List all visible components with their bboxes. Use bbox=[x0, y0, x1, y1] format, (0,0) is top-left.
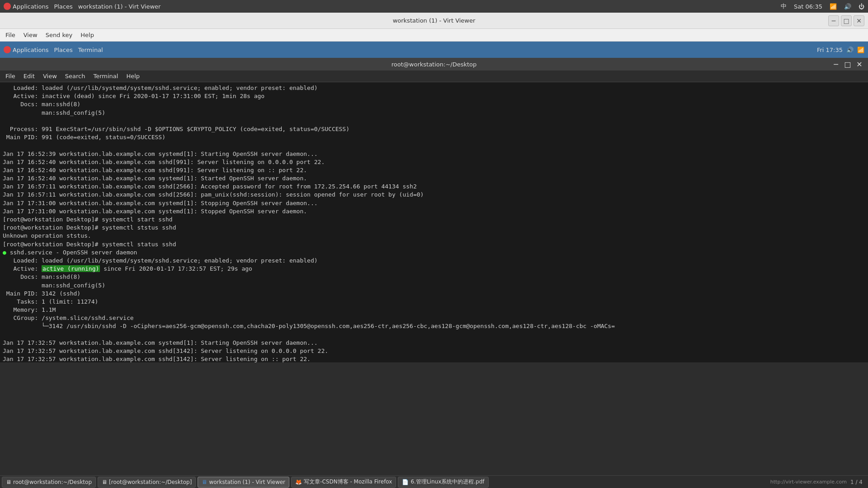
gnome-time: Fri 17:35 bbox=[817, 47, 843, 53]
terminal-line-23: Docs: man:sshd(8) bbox=[3, 273, 865, 281]
power-icon: ⏻ bbox=[859, 3, 864, 10]
terminal-line-20: ● sshd.service - OpenSSH server daemon bbox=[3, 249, 865, 257]
taskbar-right: http://virt-viewer.example.com 1 / 4 bbox=[770, 479, 866, 485]
taskbar-terminal2-icon: 🖥 bbox=[102, 479, 107, 485]
terminal-titlebar: root@workstation:~/Desktop ─ □ ✕ bbox=[0, 58, 868, 70]
terminal-line-32: Jan 17 17:32:57 workstation.lab.example.… bbox=[3, 347, 865, 355]
taskbar-terminal2-label: [root@workstation:~/Desktop] bbox=[109, 479, 192, 485]
volume-icon: 🔊 bbox=[844, 3, 851, 10]
taskbar-pdf-icon: 📄 bbox=[402, 479, 409, 485]
terminal-menu-help[interactable]: Help bbox=[123, 72, 143, 80]
gnome-applications-label[interactable]: Applications bbox=[13, 47, 48, 53]
terminal-line-21: Loaded: loaded (/usr/lib/systemd/system/… bbox=[3, 257, 865, 265]
terminal-line-6: Main PID: 991 (code=exited, status=0/SUC… bbox=[3, 133, 865, 141]
gnome-network-icon: 📶 bbox=[857, 47, 864, 53]
terminal-menu-search[interactable]: Search bbox=[61, 72, 89, 80]
terminal-line-4 bbox=[3, 117, 865, 125]
terminal-line-24: man:sshd_config(5) bbox=[3, 282, 865, 290]
terminal-line-13: Jan 17 16:57:11 workstation.lab.example.… bbox=[3, 191, 865, 199]
terminal-line-10: Jan 17 16:52:40 workstation.lab.example.… bbox=[3, 166, 865, 174]
terminal-line-7 bbox=[3, 141, 865, 150]
taskbar-firefox-icon: 🦊 bbox=[295, 479, 302, 485]
terminal-line-5: Process: 991 ExecStart=/usr/sbin/sshd -D… bbox=[3, 125, 865, 133]
terminal-menubar: File Edit View Search Terminal Help bbox=[0, 70, 868, 82]
window-title-top: workstation (1) - Virt Viewer bbox=[78, 3, 161, 10]
window-controls: ─ □ ✕ bbox=[828, 15, 864, 26]
maximize-button[interactable]: □ bbox=[841, 15, 852, 26]
terminal-titlebar-controls: ─ □ ✕ bbox=[831, 59, 864, 69]
terminal-line-18: Unknown operation ststus. bbox=[3, 232, 865, 240]
terminal-line-28: CGroup: /system.slice/sshd.service bbox=[3, 314, 865, 322]
terminal-line-0: Loaded: loaded (/usr/lib/systemd/system/… bbox=[3, 84, 865, 92]
app-icon bbox=[4, 3, 11, 10]
gnome-applications-menu[interactable]: Applications bbox=[4, 46, 48, 53]
taskbar-terminal1-label: root@workstation:~/Desktop bbox=[13, 479, 92, 485]
terminal-menu-edit[interactable]: Edit bbox=[20, 72, 38, 80]
terminal-line-17: [root@workstation Desktop]# systemctl st… bbox=[3, 224, 865, 232]
terminal-line-16: [root@workstation Desktop]# systemctl st… bbox=[3, 216, 865, 224]
terminal-line-12: Jan 17 16:57:11 workstation.lab.example.… bbox=[3, 183, 865, 191]
system-bar-left: Applications Places workstation (1) - Vi… bbox=[4, 3, 160, 10]
system-bar-right: 中 Sat 06:35 📶 🔊 ⏻ bbox=[781, 2, 864, 10]
virt-viewer-titlebar: workstation (1) - Virt Viewer ─ □ ✕ bbox=[0, 13, 868, 29]
terminal-line-31: Jan 17 17:32:57 workstation.lab.example.… bbox=[3, 339, 865, 347]
gnome-volume-icon: 🔊 bbox=[846, 47, 854, 53]
taskbar-virtviewer-label: workstation (1) - Virt Viewer bbox=[209, 479, 285, 485]
taskbar-item-terminal1[interactable]: 🖥 root@workstation:~/Desktop bbox=[2, 477, 96, 488]
terminal-close-button[interactable]: ✕ bbox=[854, 59, 864, 69]
gnome-places-menu[interactable]: Places bbox=[54, 47, 72, 53]
terminal-menu-view[interactable]: View bbox=[39, 72, 61, 80]
taskbar-url: http://virt-viewer.example.com bbox=[770, 479, 847, 485]
close-button[interactable]: ✕ bbox=[854, 15, 864, 26]
terminal-line-15: Jan 17 17:31:00 workstation.lab.example.… bbox=[3, 207, 865, 216]
virt-viewer-menubar: File View Send key Help bbox=[0, 29, 868, 42]
gnome-terminal-menu[interactable]: Terminal bbox=[78, 47, 103, 53]
terminal-line-14: Jan 17 17:31:00 workstation.lab.example.… bbox=[3, 199, 865, 207]
taskbar-firefox-label: 写文章-CSDN博客 - Mozilla Firefox bbox=[304, 478, 392, 486]
places-menu[interactable]: Places bbox=[54, 3, 72, 10]
terminal-maximize-button[interactable]: □ bbox=[843, 59, 853, 69]
terminal-line-22: Active: active (running) since Fri 2020-… bbox=[3, 265, 865, 273]
terminal-content: Loaded: loaded (/usr/lib/systemd/system/… bbox=[0, 82, 868, 362]
terminal-line-8: Jan 17 16:52:39 workstation.lab.example.… bbox=[3, 150, 865, 158]
terminal-line-2: Docs: man:sshd(8) bbox=[3, 100, 865, 108]
applications-label[interactable]: Applications bbox=[13, 3, 48, 10]
terminal-menu-file[interactable]: File bbox=[2, 72, 19, 80]
applications-menu[interactable]: Applications bbox=[4, 3, 48, 10]
taskbar-item-virtviewer[interactable]: 🖥 workstation (1) - Virt Viewer bbox=[198, 477, 289, 488]
taskbar-item-pdf[interactable]: 📄 6.管理Linux系统中的进程.pdf bbox=[398, 477, 488, 488]
menu-view[interactable]: View bbox=[20, 31, 41, 39]
gnome-toolbar-right: Fri 17:35 🔊 📶 bbox=[817, 47, 864, 53]
terminal-line-1: Active: inactive (dead) since Fri 2020-0… bbox=[3, 92, 865, 100]
terminal-line-25: Main PID: 3142 (sshd) bbox=[3, 290, 865, 298]
page-indicator: 1 / 4 bbox=[850, 479, 863, 485]
menu-file[interactable]: File bbox=[2, 31, 19, 39]
minimize-button[interactable]: ─ bbox=[828, 15, 839, 26]
terminal-line-30 bbox=[3, 331, 865, 339]
green-dot: ● bbox=[3, 249, 6, 256]
taskbar-item-terminal2[interactable]: 🖥 [root@workstation:~/Desktop] bbox=[98, 477, 196, 488]
system-time: Sat 06:35 bbox=[794, 3, 822, 10]
terminal-line-27: Memory: 1.1M bbox=[3, 306, 865, 314]
terminal-title-text: root@workstation:~/Desktop bbox=[392, 61, 477, 68]
terminal-line-11: Jan 17 16:52:40 workstation.lab.example.… bbox=[3, 174, 865, 183]
menu-sendkey[interactable]: Send key bbox=[42, 31, 76, 39]
virt-viewer-title: workstation (1) - Virt Viewer bbox=[393, 17, 476, 24]
terminal-line-33: Jan 17 17:32:57 workstation.lab.example.… bbox=[3, 355, 865, 362]
gnome-app-icon bbox=[4, 46, 11, 53]
chinese-chars: 中 bbox=[781, 2, 787, 10]
taskbar-virtviewer-icon: 🖥 bbox=[202, 479, 207, 485]
gnome-toolbar-left: Applications Places Terminal bbox=[4, 46, 103, 53]
taskbar-terminal1-icon: 🖥 bbox=[6, 479, 11, 485]
active-status: active (running) bbox=[42, 265, 100, 272]
taskbar-pdf-label: 6.管理Linux系统中的进程.pdf bbox=[410, 478, 484, 486]
taskbar: 🖥 root@workstation:~/Desktop 🖥 [root@wor… bbox=[0, 475, 868, 488]
menu-help[interactable]: Help bbox=[77, 31, 98, 39]
terminal-menu-terminal[interactable]: Terminal bbox=[90, 72, 122, 80]
taskbar-item-firefox[interactable]: 🦊 写文章-CSDN博客 - Mozilla Firefox bbox=[291, 477, 396, 488]
terminal-line-29: └─3142 /usr/sbin/sshd -D -oCiphers=aes25… bbox=[3, 322, 865, 330]
virt-viewer-window: workstation (1) - Virt Viewer ─ □ ✕ File… bbox=[0, 13, 868, 362]
taskbar-left: 🖥 root@workstation:~/Desktop 🖥 [root@wor… bbox=[2, 477, 489, 488]
terminal-minimize-button[interactable]: ─ bbox=[831, 59, 841, 69]
terminal-line-3: man:sshd_config(5) bbox=[3, 109, 865, 117]
